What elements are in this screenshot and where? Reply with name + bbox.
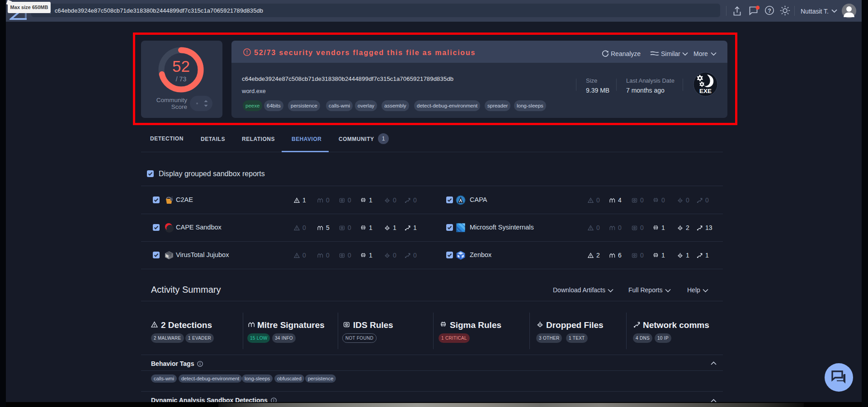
svg-text:?: ? — [768, 8, 771, 14]
